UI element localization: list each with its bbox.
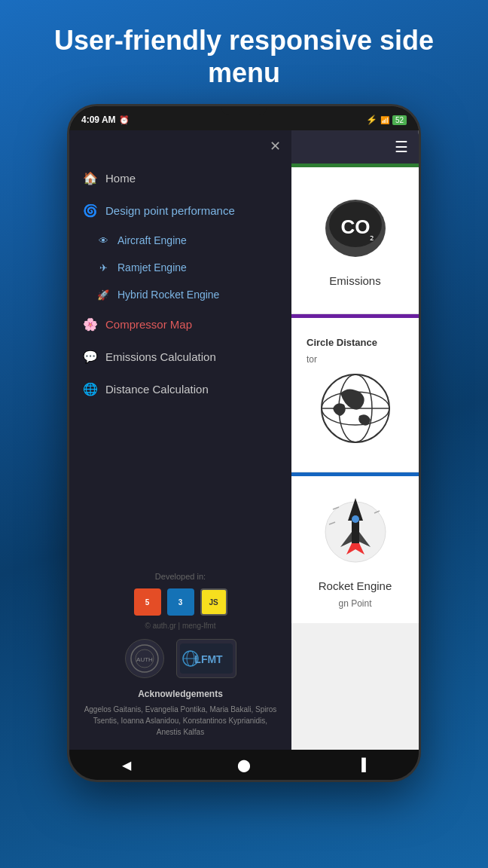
distance-label: Distance Calculation xyxy=(105,383,209,396)
hybrid-rocket-icon: 🚀 xyxy=(96,289,110,301)
rocket-card-sublabel: gn Point xyxy=(338,598,371,609)
css3-label: 3 xyxy=(178,598,183,607)
back-button[interactable]: ◀ xyxy=(122,758,131,772)
svg-point-17 xyxy=(352,515,359,523)
lfmt-logo: LFMT xyxy=(176,639,236,678)
menu-topbar: ✕ xyxy=(69,130,291,162)
hero-title: User-friendly responsive side menu xyxy=(0,0,488,104)
notch xyxy=(221,106,267,115)
phone-frame: 4:09 AM ⏰ ⚡ 📶 52 ✕ 🏠 xyxy=(67,104,421,782)
sidebar-item-emissions[interactable]: 💬 Emissions Calculation xyxy=(69,341,291,373)
status-icons: ⚡ 📶 52 xyxy=(366,115,407,125)
screen-content: ✕ 🏠 Home 🌀 Design point performance xyxy=(69,130,419,750)
js-label: JS xyxy=(209,598,218,607)
recents-button[interactable]: ▐ xyxy=(357,758,365,772)
acknowledgements-names: Aggelos Gaitanis, Evangelia Pontika, Mar… xyxy=(81,704,279,738)
bluetooth-icon: ⚡ xyxy=(366,115,377,125)
rocket-card-label: Rocket Engine xyxy=(319,579,392,592)
emissions-card-label: Emissions xyxy=(329,274,380,287)
phone-nav-bar: ◀ ⬤ ▐ xyxy=(69,750,419,780)
svg-text:LFMT: LFMT xyxy=(194,653,223,665)
sidebar-item-distance[interactable]: 🌐 Distance Calculation xyxy=(69,373,291,405)
app-main: ☰ CO ₂ xyxy=(291,130,419,750)
aircraft-icon: 👁 xyxy=(96,235,110,246)
menu-footer: Developed in: 5 3 JS © a xyxy=(69,560,291,750)
alarm-icon: ⏰ xyxy=(119,115,130,125)
auth-logo: AUTH xyxy=(125,639,164,678)
hybrid-rocket-label: Hybrid Rocket Engine xyxy=(117,289,219,301)
svg-text:AUTH: AUTH xyxy=(136,656,153,663)
distance-icon: 🌐 xyxy=(83,382,98,396)
emissions-label: Emissions Calculation xyxy=(105,350,216,363)
sidebar-item-design-point[interactable]: 🌀 Design point performance xyxy=(69,194,291,227)
rocket-card-body: Rocket Engine gn Point xyxy=(291,476,419,623)
sidebar-item-home[interactable]: 🏠 Home xyxy=(69,162,291,194)
copyright-text: © auth.gr | meng-lfmt xyxy=(81,622,279,630)
design-point-icon: 🌀 xyxy=(83,203,98,218)
battery-indicator: 52 xyxy=(392,115,407,125)
design-point-label: Design point performance xyxy=(105,204,235,217)
home-icon: 🏠 xyxy=(83,171,98,185)
ramjet-engine-label: Ramjet Engine xyxy=(117,261,187,274)
svg-text:CO: CO xyxy=(340,215,370,238)
app-topbar: ☰ xyxy=(291,130,419,164)
tech-icons: 5 3 JS xyxy=(81,588,279,616)
svg-text:₂: ₂ xyxy=(370,230,374,242)
sidebar-item-aircraft-engine[interactable]: 👁 Aircraft Engine xyxy=(69,227,291,254)
power-button xyxy=(419,197,421,238)
side-menu: ✕ 🏠 Home 🌀 Design point performance xyxy=(69,130,291,750)
sidebar-item-hybrid-rocket[interactable]: 🚀 Hybrid Rocket Engine xyxy=(69,281,291,308)
ramjet-icon: ✈ xyxy=(96,262,110,274)
co2-icon: CO ₂ xyxy=(322,194,389,265)
compressor-icon: 🌸 xyxy=(83,317,98,332)
distance-card-body: Circle Distance tor xyxy=(291,318,419,472)
org-logos: AUTH LFMT xyxy=(81,639,279,678)
hamburger-button[interactable]: ☰ xyxy=(395,138,408,156)
html5-badge: 5 xyxy=(134,588,161,616)
time-display: 4:09 AM xyxy=(81,115,116,125)
acknowledgements-title: Acknowledgements xyxy=(81,689,279,699)
distance-card-sublabel: tor xyxy=(307,354,317,365)
compressor-map-label: Compressor Map xyxy=(105,318,192,331)
aircraft-engine-label: Aircraft Engine xyxy=(117,234,187,246)
html5-label: 5 xyxy=(145,598,150,607)
sidebar-item-compressor-map[interactable]: 🌸 Compressor Map xyxy=(69,308,291,341)
emissions-icon: 💬 xyxy=(83,350,98,364)
status-time: 4:09 AM ⏰ xyxy=(81,115,130,125)
home-label: Home xyxy=(105,172,136,185)
rocket-svg xyxy=(318,491,393,573)
globe-svg xyxy=(318,371,393,446)
sidebar-item-ramjet-engine[interactable]: ✈ Ramjet Engine xyxy=(69,254,291,281)
developed-in-text: Developed in: xyxy=(81,572,279,581)
phone-screen: 4:09 AM ⏰ ⚡ 📶 52 ✕ 🏠 xyxy=(69,106,419,780)
emissions-card: CO ₂ Emissions xyxy=(291,164,419,314)
close-menu-button[interactable]: ✕ xyxy=(270,139,281,153)
distance-card-label: Circle Distance xyxy=(307,337,377,348)
css3-badge: 3 xyxy=(167,588,194,616)
emissions-card-body: CO ₂ Emissions xyxy=(291,167,419,313)
distance-card: Circle Distance tor xyxy=(291,314,419,472)
home-button[interactable]: ⬤ xyxy=(237,758,251,772)
rocket-card: Rocket Engine gn Point xyxy=(291,472,419,623)
js-badge: JS xyxy=(200,588,227,616)
signal-bars: 📶 xyxy=(380,116,389,124)
